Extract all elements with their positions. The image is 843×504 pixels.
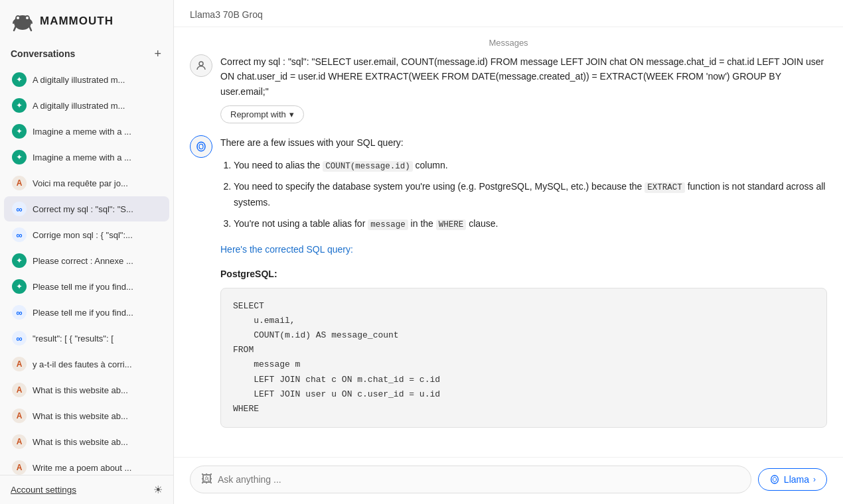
llama-icon xyxy=(769,474,780,485)
reprompt-label: Reprompt with xyxy=(230,109,286,119)
conversation-item-11[interactable]: ∞"result": [ { "results": [ xyxy=(4,326,169,351)
theme-toggle-button[interactable]: ☀ xyxy=(153,483,163,496)
conv-label-4: Imagine a meme with a ... xyxy=(33,153,131,162)
code-block: SELECT u.email, COUNT(m.id) AS message_c… xyxy=(220,288,827,428)
ai-points-list: You need to alias the COUNT(message.id) … xyxy=(234,158,827,233)
conversation-item-15[interactable]: AWhat is this website ab... xyxy=(4,429,169,454)
conv-icon-12: A xyxy=(12,357,27,371)
conv-icon-3: ✦ xyxy=(12,124,27,139)
ai-message-content: There are a few issues with your SQL que… xyxy=(220,135,827,428)
svg-point-4 xyxy=(26,17,29,19)
conversation-item-12[interactable]: Ay a-t-il des fautes à corri... xyxy=(4,351,169,377)
main-panel: Llama3 70B Groq Messages Correct my sql … xyxy=(174,0,843,504)
reprompt-button[interactable]: Reprompt with ▾ xyxy=(220,105,304,123)
conv-label-3: Imagine a meme with a ... xyxy=(33,127,131,137)
image-icon: 🖼 xyxy=(201,473,212,486)
conversations-header: Conversations + xyxy=(0,42,173,64)
conv-icon-1: ✦ xyxy=(12,72,27,87)
conv-icon-10: ∞ xyxy=(12,305,27,320)
llama-button-label: Llama xyxy=(784,474,809,485)
conv-icon-5: A xyxy=(12,176,27,190)
conv-icon-2: ✦ xyxy=(12,98,27,113)
conv-label-12: y a-t-il des fautes à corri... xyxy=(33,359,132,369)
llama-model-button[interactable]: Llama › xyxy=(758,468,827,491)
sidebar-header: MAMMOUTH xyxy=(0,0,173,42)
sidebar-footer: Account settings ☀ xyxy=(0,475,173,504)
conversation-list: ✦A digitally illustrated m...✦A digitall… xyxy=(0,64,173,475)
conv-label-9: Please tell me if you find... xyxy=(33,282,133,292)
svg-point-3 xyxy=(17,17,19,19)
conv-icon-13: A xyxy=(12,383,27,397)
code-extract: EXTRACT xyxy=(645,182,685,193)
add-conversation-button[interactable]: + xyxy=(153,48,163,60)
ai-intro: There are a few issues with your SQL que… xyxy=(220,135,827,151)
reprompt-chevron-icon: ▾ xyxy=(289,109,294,119)
conv-icon-14: A xyxy=(12,409,27,423)
conv-label-14: What is this website ab... xyxy=(33,411,128,421)
conversation-item-10[interactable]: ∞Please tell me if you find... xyxy=(4,300,169,325)
ai-point-2: You need to specify the database system … xyxy=(234,179,827,211)
conv-label-16: Write me a poem about ... xyxy=(33,463,131,473)
conversation-item-13[interactable]: AWhat is this website ab... xyxy=(4,377,169,403)
conversation-item-8[interactable]: ✦Please correct : Annexe ... xyxy=(4,248,169,273)
conversation-item-4[interactable]: ✦Imagine a meme with a ... xyxy=(4,145,169,170)
conv-icon-9: ✦ xyxy=(12,279,27,294)
conv-label-2: A digitally illustrated m... xyxy=(33,101,125,111)
conv-label-13: What is this website ab... xyxy=(33,385,128,395)
chat-area: Messages Correct my sql : "sql": "SELECT… xyxy=(174,27,843,457)
account-settings-button[interactable]: Account settings xyxy=(11,485,76,495)
conv-icon-4: ✦ xyxy=(12,150,27,164)
conv-icon-11: ∞ xyxy=(12,331,27,346)
conversation-item-5[interactable]: AVoici ma requête par jo... xyxy=(4,170,169,196)
chat-input[interactable] xyxy=(218,474,740,485)
input-box[interactable]: 🖼 xyxy=(190,466,751,493)
conv-label-5: Voici ma requête par jo... xyxy=(33,178,128,188)
conv-label-6: Correct my sql : "sql": "S... xyxy=(33,204,133,214)
conv-label-11: "result": [ { "results": [ xyxy=(33,334,114,344)
conv-icon-8: ✦ xyxy=(12,253,27,268)
conversation-item-2[interactable]: ✦A digitally illustrated m... xyxy=(4,93,169,118)
llama-chevron-icon: › xyxy=(813,475,816,484)
conversation-item-14[interactable]: AWhat is this website ab... xyxy=(4,403,169,428)
ai-avatar xyxy=(190,135,212,158)
ai-message-row: There are a few issues with your SQL que… xyxy=(190,135,827,428)
model-header: Llama3 70B Groq xyxy=(174,0,843,27)
conv-label-8: Please correct : Annexe ... xyxy=(33,256,133,266)
svg-point-5 xyxy=(199,62,203,66)
messages-label: Messages xyxy=(190,27,827,54)
conversations-title: Conversations xyxy=(11,48,75,59)
ai-point-3: You're not using a table alias for messa… xyxy=(234,216,827,232)
user-avatar xyxy=(190,54,212,77)
user-message-row: Correct my sql : "sql": "SELECT user.ema… xyxy=(190,54,827,123)
conversation-item-7[interactable]: ∞Corrige mon sql : { "sql":... xyxy=(4,222,169,247)
input-area: 🖼 Llama › xyxy=(174,457,843,504)
conv-label-10: Please tell me if you find... xyxy=(33,308,133,318)
conversation-item-3[interactable]: ✦Imagine a meme with a ... xyxy=(4,119,169,144)
conv-label-15: What is this website ab... xyxy=(33,437,128,447)
conversation-item-9[interactable]: ✦Please tell me if you find... xyxy=(4,274,169,299)
postgresql-label: PostgreSQL: xyxy=(220,267,827,283)
sidebar: MAMMOUTH Conversations + ✦A digitally il… xyxy=(0,0,174,504)
model-name: Llama3 70B Groq xyxy=(190,9,263,20)
ai-point-1: You need to alias the COUNT(message.id) … xyxy=(234,158,827,174)
conv-icon-7: ∞ xyxy=(12,227,27,242)
conversation-item-16[interactable]: AWrite me a poem about ... xyxy=(4,455,169,475)
mammoth-logo-icon xyxy=(11,9,35,33)
conv-icon-15: A xyxy=(12,434,27,449)
user-message-text: Correct my sql : "sql": "SELECT user.ema… xyxy=(220,54,827,99)
code-where: WHERE xyxy=(436,220,467,230)
conv-icon-16: A xyxy=(12,460,27,475)
conversation-item-1[interactable]: ✦A digitally illustrated m... xyxy=(4,67,169,92)
conversation-item-6[interactable]: ∞Correct my sql : "sql": "S... xyxy=(4,196,169,221)
conv-label-7: Corrige mon sql : { "sql":... xyxy=(33,230,133,240)
code-message: message xyxy=(368,220,408,230)
user-message-content: Correct my sql : "sql": "SELECT user.ema… xyxy=(220,54,827,123)
app-name: MAMMOUTH xyxy=(40,15,114,28)
conv-icon-6: ∞ xyxy=(12,202,27,216)
conv-label-1: A digitally illustrated m... xyxy=(33,75,125,85)
code-count-message: COUNT(message.id) xyxy=(323,161,413,172)
corrected-label: Here's the corrected SQL query: xyxy=(220,242,827,258)
